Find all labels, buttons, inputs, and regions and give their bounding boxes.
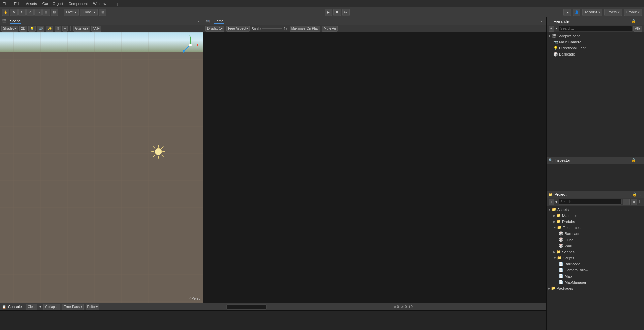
console-tab[interactable]: Console: [8, 305, 22, 309]
main-camera-item[interactable]: 📷 Main Camera: [547, 39, 644, 45]
cube-prefab[interactable]: 🎲 Cube: [547, 237, 644, 243]
hierarchy-more-icon[interactable]: ⋮: [638, 19, 642, 23]
collab-button[interactable]: 👤: [573, 9, 580, 16]
barricade-prefab[interactable]: 🎲 Barricade: [547, 231, 644, 237]
scene-tab[interactable]: Scene: [10, 19, 21, 24]
account-button[interactable]: Account ▾: [582, 9, 602, 16]
layers-button[interactable]: Layers ▾: [604, 9, 622, 16]
mapmanager-script[interactable]: 📄 MapManager: [547, 279, 644, 285]
mute-audio[interactable]: Mute Au: [322, 26, 338, 32]
project-search[interactable]: [559, 199, 622, 205]
pause-button[interactable]: ⏸: [333, 9, 341, 16]
custom-tool[interactable]: ⊡: [51, 9, 58, 16]
add-hierarchy-btn[interactable]: +: [549, 26, 554, 32]
collapse-button[interactable]: Collapse: [43, 304, 60, 310]
gizmos-dropdown[interactable]: Gizmos ▾: [73, 26, 90, 32]
materials-folder[interactable]: ▶ 📁 Materials: [547, 213, 644, 219]
hierarchy-search[interactable]: [559, 26, 632, 31]
step-button[interactable]: ⏭: [342, 9, 350, 16]
shading-label: Shaded: [3, 27, 14, 30]
pivot-button[interactable]: Pivot ▾: [64, 9, 79, 16]
menu-gameobject[interactable]: GameObject: [42, 2, 63, 6]
grid-button[interactable]: ⊞: [99, 9, 106, 16]
scene-gizmo[interactable]: Y X Z: [180, 35, 200, 55]
rotate-tool[interactable]: ↻: [18, 9, 26, 16]
2d-button[interactable]: 2D: [19, 26, 27, 32]
prefabs-folder-icon: 📁: [556, 219, 561, 224]
project-view-btn[interactable]: ☰: [623, 199, 630, 205]
editor-dropdown[interactable]: Editor ▾: [86, 304, 99, 310]
layout-button[interactable]: Layout ▾: [624, 9, 642, 16]
map-script-icon: 📄: [559, 274, 564, 278]
top-right-header: ☰ Hierarchy 🔒 ⋮: [547, 17, 644, 25]
resources-folder[interactable]: ▼ 📁 Resources: [547, 225, 644, 231]
assets-label: Assets: [557, 208, 569, 212]
scene-panel-menu[interactable]: ⋮: [196, 19, 201, 24]
play-button[interactable]: ▶: [325, 9, 332, 16]
wall-prefab[interactable]: 🎲 Wall: [547, 243, 644, 249]
inspector-more-icon[interactable]: ⋮: [638, 158, 642, 162]
scene-menu[interactable]: ⋮: [640, 34, 644, 38]
project-lock-icon[interactable]: 🔒: [632, 192, 637, 197]
fx-button[interactable]: ✨: [46, 26, 53, 32]
console-panel-menu[interactable]: ⋮: [540, 304, 544, 310]
scene-layers-btn[interactable]: ≡: [62, 26, 68, 32]
project-tab[interactable]: Project: [553, 192, 568, 196]
maximize-on-play[interactable]: Maximize On Play: [290, 26, 320, 32]
project-sort-btn[interactable]: ⇅: [631, 199, 637, 205]
error-pause-button[interactable]: Error Pause: [62, 304, 83, 310]
directional-light-item[interactable]: 💡 Directional Light: [547, 45, 644, 51]
resources-arrow: ▼: [553, 226, 556, 229]
menu-edit[interactable]: Edit: [14, 2, 21, 6]
menu-file[interactable]: File: [3, 2, 9, 6]
all-dropdown[interactable]: * All ▾: [91, 26, 101, 32]
scripts-folder[interactable]: ▼ 📁 Scripts: [547, 255, 644, 261]
scale-tool[interactable]: ⤢: [26, 9, 34, 16]
light-button[interactable]: 💡: [28, 26, 36, 32]
hierarchy-toolbar: + ▾ All ▾: [547, 25, 644, 32]
hand-tool[interactable]: ✋: [2, 9, 9, 16]
packages-folder[interactable]: ▶ 📁 Packages: [547, 285, 644, 291]
game-panel-menu[interactable]: ⋮: [539, 19, 544, 24]
project-more-icon[interactable]: ⋮: [638, 192, 642, 197]
aspect-dropdown[interactable]: Free Aspect ▾: [226, 26, 249, 32]
menu-component[interactable]: Component: [68, 2, 88, 6]
warning-count: ⚠ 0: [401, 305, 407, 309]
clear-button[interactable]: Clear: [26, 304, 37, 310]
inspector-tab[interactable]: Inspector: [553, 158, 571, 162]
directional-light-label: Directional Light: [559, 46, 586, 50]
scripts-folder-icon: 📁: [557, 256, 562, 260]
cloud-button[interactable]: ☁: [564, 9, 571, 16]
camerafollow-script[interactable]: 📄 CameraFollow: [547, 267, 644, 273]
global-button[interactable]: Global ▾: [80, 9, 98, 16]
barricade-item[interactable]: 🎲 Barricade: [547, 51, 644, 57]
shading-dropdown[interactable]: Shaded ▾: [1, 26, 18, 32]
inspector-lock-icon[interactable]: 🔒: [631, 158, 636, 162]
scene-view[interactable]: Y X Z < Persp: [0, 32, 203, 303]
rect-tool[interactable]: ▭: [34, 9, 42, 16]
display-dropdown[interactable]: Display 1 ▾: [205, 26, 224, 32]
add-project-btn[interactable]: +: [549, 199, 554, 205]
assets-folder[interactable]: ▼ 📁 Assets: [547, 207, 644, 213]
menu-help[interactable]: Help: [111, 2, 119, 6]
hierarchy-lock-icon[interactable]: 🔒: [631, 19, 636, 23]
console-search[interactable]: [226, 304, 267, 310]
hierarchy-tab[interactable]: Hierarchy: [552, 19, 571, 23]
scene-root-item[interactable]: ▼ 🎬 SampleScene ⋮: [547, 33, 644, 39]
audio-button[interactable]: 🔊: [37, 26, 44, 32]
prefabs-folder[interactable]: ▶ 📁 Prefabs: [547, 219, 644, 225]
pivot-label: Pivot: [66, 10, 73, 14]
menu-window[interactable]: Window: [93, 2, 106, 6]
barricade-script[interactable]: 📄 Barricade: [547, 261, 644, 267]
all-scenes-btn[interactable]: All ▾: [633, 26, 642, 32]
svg-line-6: [153, 147, 155, 148]
map-script[interactable]: 📄 Map: [547, 273, 644, 279]
console-header: 📋 Console Clear ▾ Collapse Error Pause E…: [0, 303, 546, 311]
scenes-folder[interactable]: ▶ 📁 Scenes: [547, 249, 644, 255]
transform-tool[interactable]: ⊞: [42, 9, 50, 16]
scale-control: Scale 1x: [252, 27, 288, 31]
move-tool[interactable]: ✥: [10, 9, 18, 16]
menu-assets[interactable]: Assets: [26, 2, 37, 6]
scene-options-btn[interactable]: ⚙: [55, 26, 61, 32]
game-tab[interactable]: Game: [214, 19, 224, 24]
